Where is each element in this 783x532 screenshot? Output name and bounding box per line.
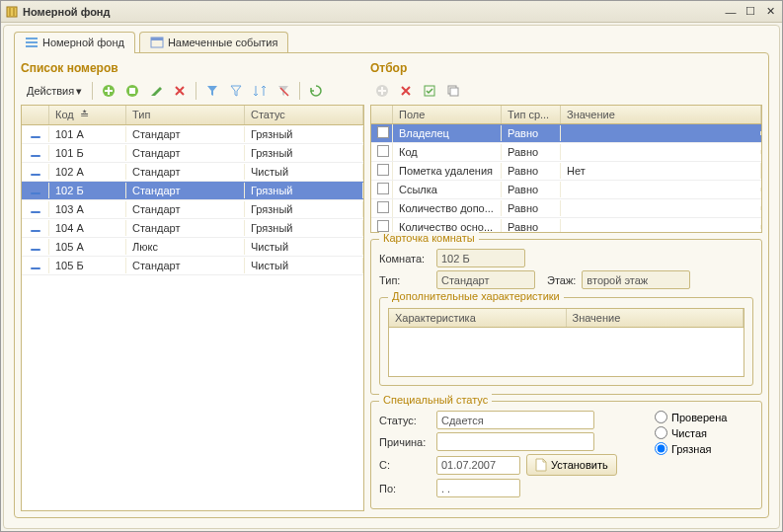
filter-off-button[interactable]: [274, 81, 293, 101]
cell-type: Стандарт: [126, 126, 245, 142]
chevron-down-icon: ▾: [76, 85, 82, 98]
col-compare[interactable]: Тип ср...: [502, 106, 561, 123]
minimize-button[interactable]: —: [723, 5, 739, 19]
row-marker: [22, 183, 49, 198]
cell-check[interactable]: [371, 162, 393, 180]
cell-status: Грязный: [245, 145, 363, 161]
cell-code: 101 Б: [49, 145, 126, 161]
table-row[interactable]: 101 АСтандартГрязный: [22, 125, 363, 144]
status-label: Статус:: [379, 415, 431, 426]
tab-label: Намеченные события: [168, 37, 278, 48]
filter-grid[interactable]: Поле Тип ср... Значение ВладелецРавноКод…: [370, 105, 762, 233]
window-title: Номерной фонд: [23, 6, 723, 18]
col-marker[interactable]: [22, 106, 49, 124]
chars-grid[interactable]: Характеристика Значение: [388, 308, 744, 377]
cell-cmp: Равно: [502, 200, 561, 216]
cell-val: [561, 206, 761, 210]
svg-rect-12: [450, 88, 458, 96]
table-row[interactable]: ВладелецРавно: [371, 124, 761, 143]
cell-cmp: Равно: [502, 182, 561, 197]
table-row[interactable]: КодРавно: [371, 143, 761, 162]
cell-check[interactable]: [371, 181, 393, 198]
rooms-toolbar: Действия ▾: [21, 79, 364, 105]
table-row[interactable]: Количество допо...Равно: [371, 199, 761, 218]
col-check[interactable]: [371, 106, 393, 123]
cell-field: Ссылка: [393, 182, 502, 197]
radio-checked[interactable]: Проверена: [655, 411, 753, 423]
room-field: [436, 249, 525, 267]
col-field[interactable]: Поле: [393, 106, 502, 123]
row-marker: [22, 220, 49, 236]
actions-dropdown[interactable]: Действия ▾: [23, 83, 86, 100]
table-row[interactable]: 102 АСтандартЧистый: [22, 163, 363, 182]
tab-room-fund[interactable]: Номерной фонд: [14, 32, 135, 53]
cell-cmp: Равно: [502, 125, 561, 141]
col-code[interactable]: Код ≛: [49, 106, 126, 124]
filter2-button[interactable]: [226, 81, 246, 101]
svg-rect-5: [151, 38, 163, 40]
cell-val: [561, 225, 761, 229]
filter-pane: Отбор Поле Тип ср... Значение ВладелецРа…: [370, 59, 762, 511]
from-date-input[interactable]: [436, 456, 520, 475]
status-input[interactable]: [436, 411, 594, 429]
cell-check[interactable]: [371, 124, 393, 142]
row-marker: [22, 164, 49, 180]
row-marker: [22, 126, 49, 142]
room-label: Комната:: [379, 253, 431, 265]
edit-button[interactable]: [146, 81, 166, 101]
delete-button[interactable]: [170, 81, 190, 101]
rooms-pane: Список номеров Действия ▾: [21, 59, 364, 511]
col-val[interactable]: Значение: [567, 309, 744, 327]
col-value[interactable]: Значение: [561, 106, 761, 123]
radio-clean[interactable]: Чистая: [655, 426, 753, 439]
cell-status: Чистый: [245, 164, 363, 180]
table-row[interactable]: Пометка удаленияРавноНет: [371, 162, 761, 181]
close-button[interactable]: ✕: [762, 5, 778, 19]
status-legend: Специальный статус: [379, 394, 492, 406]
col-type[interactable]: Тип: [126, 106, 245, 124]
cell-field: Количество осно...: [393, 219, 502, 232]
cell-check[interactable]: [371, 218, 393, 232]
filter-add-button[interactable]: [372, 81, 392, 101]
cell-status: Грязный: [245, 201, 363, 217]
actions-label: Действия: [27, 85, 74, 97]
filter-copy-button[interactable]: [443, 81, 463, 101]
room-card-legend: Карточка комнаты: [379, 232, 479, 244]
table-row[interactable]: СсылкаРавно: [371, 181, 761, 199]
filter1-button[interactable]: [202, 81, 222, 101]
maximize-button[interactable]: ☐: [743, 5, 758, 19]
table-row[interactable]: 104 АСтандартГрязный: [22, 219, 363, 238]
reason-input[interactable]: [436, 432, 594, 451]
cell-cmp: Равно: [502, 144, 561, 160]
cell-check[interactable]: [371, 143, 393, 161]
table-row[interactable]: 105 БСтандартЧистый: [22, 257, 363, 275]
cell-field: Владелец: [393, 125, 502, 141]
table-row[interactable]: 103 АСтандартГрязный: [22, 200, 363, 219]
tab-events[interactable]: Намеченные события: [139, 32, 289, 53]
filter-delete-button[interactable]: [396, 81, 416, 101]
to-date-input[interactable]: [436, 479, 520, 497]
table-row[interactable]: Количество осно...Равно: [371, 218, 761, 232]
table-row[interactable]: 102 БСтандартГрязный: [22, 182, 363, 200]
set-button[interactable]: Установить: [526, 454, 617, 476]
cell-check[interactable]: [371, 199, 393, 217]
add-button[interactable]: [99, 81, 118, 101]
table-row[interactable]: 105 АЛюксЧистый: [22, 238, 363, 257]
col-char[interactable]: Характеристика: [389, 309, 567, 327]
filter-check-button[interactable]: [420, 81, 439, 101]
refresh-button[interactable]: [306, 81, 326, 101]
cell-status: Грязный: [245, 126, 363, 142]
document-icon: [535, 458, 547, 472]
svg-rect-3: [26, 45, 38, 47]
radio-dirty[interactable]: Грязная: [655, 442, 753, 455]
type-field: [436, 270, 535, 289]
rooms-grid[interactable]: Код ≛ Тип Статус 101 АСтандартГрязный101…: [21, 105, 364, 511]
add-group-button[interactable]: [122, 81, 142, 101]
cell-type: Стандарт: [126, 220, 245, 236]
sort-button[interactable]: [250, 81, 270, 101]
svg-rect-0: [7, 7, 17, 17]
filter-grid-body: ВладелецРавноКодРавноПометка удаленияРав…: [371, 124, 761, 232]
col-status[interactable]: Статус: [245, 106, 363, 124]
table-row[interactable]: 101 БСтандартГрязный: [22, 144, 363, 163]
to-label: По:: [379, 483, 431, 494]
